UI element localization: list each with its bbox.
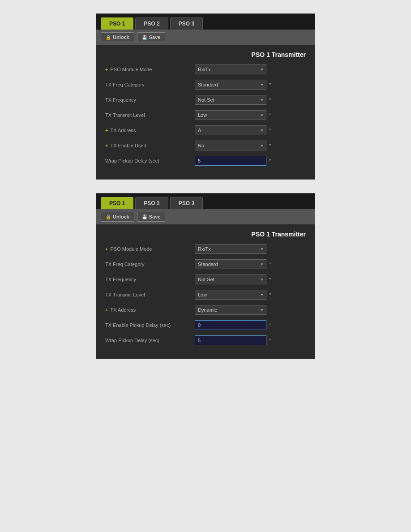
field-select-2[interactable]: Not Set12	[195, 275, 266, 284]
field-input-5[interactable]	[195, 320, 266, 330]
required-indicator: *	[269, 322, 271, 328]
field-select-2[interactable]: Not Set12	[195, 95, 266, 105]
form-row: + TX AddressABCDynamic	[105, 304, 306, 316]
save-icon-1: 💾	[142, 35, 147, 40]
form-row: TX Transmit LevelLowMediumHigh*	[105, 289, 306, 300]
form-row: + TX AddressABCDynamic*	[105, 124, 306, 136]
form-control: StandardExtended*	[195, 80, 306, 90]
select-wrapper: LowMediumHigh	[195, 290, 266, 300]
required-indicator: *	[269, 128, 271, 133]
select-wrapper: LowMediumHigh	[195, 110, 266, 120]
tab-bar-1: PSO 1 PSO 2 PSO 3	[96, 14, 315, 30]
panel-1: PSO 1 PSO 2 PSO 3 🔒 Unlock 💾 Save PSO 1 …	[96, 13, 315, 180]
unlock-button-2[interactable]: 🔒 Unlock	[101, 212, 134, 222]
form-label: TX Enable Pickup Delay (sec)	[105, 322, 195, 328]
form-label: TX Frequency	[105, 277, 195, 282]
panel-title-1: PSO 1 Transmitter	[105, 51, 306, 58]
form-row: + PSO Module ModeRx/TxTx OnlyRx Only	[105, 243, 306, 255]
tab-pso2-panel1[interactable]: PSO 2	[135, 17, 168, 30]
form-control: ABCDynamic	[195, 305, 306, 315]
form-control: Not Set12*	[195, 95, 306, 105]
form-control: LowMediumHigh*	[195, 110, 306, 120]
form-row: + PSO Module ModeRx/TxTx OnlyRx Only	[105, 64, 306, 75]
form-control: StandardExtended*	[195, 259, 306, 269]
required-indicator: *	[269, 338, 271, 343]
lock-icon-2: 🔒	[106, 215, 111, 219]
tab-bar-2: PSO 1 PSO 2 PSO 3	[96, 193, 315, 209]
form-control: NoYes*	[195, 141, 306, 150]
tab-pso1-panel2[interactable]: PSO 1	[101, 197, 133, 209]
save-button-1[interactable]: 💾 Save	[137, 32, 166, 42]
plus-indicator: +	[105, 246, 109, 252]
select-wrapper: ABCDynamic	[195, 125, 266, 135]
form-control: *	[195, 156, 306, 166]
field-select-0[interactable]: Rx/TxTx OnlyRx Only	[195, 64, 266, 74]
form-row: TX Freq CategoryStandardExtended*	[105, 79, 306, 90]
field-select-0[interactable]: Rx/TxTx OnlyRx Only	[195, 244, 266, 254]
form-row: TX FrequencyNot Set12*	[105, 274, 306, 285]
select-wrapper: StandardExtended	[195, 259, 266, 269]
field-select-3[interactable]: LowMediumHigh	[195, 290, 266, 300]
select-wrapper: Not Set12	[195, 95, 266, 105]
field-input-6[interactable]	[195, 156, 266, 166]
field-select-1[interactable]: StandardExtended	[195, 259, 266, 269]
field-input-6[interactable]	[195, 335, 266, 345]
required-indicator: *	[269, 277, 271, 282]
form-row: TX FrequencyNot Set12*	[105, 94, 306, 106]
plus-indicator: +	[105, 143, 109, 148]
plus-indicator: +	[105, 67, 109, 72]
plus-indicator: +	[105, 307, 109, 313]
tab-pso3-panel2[interactable]: PSO 3	[170, 197, 203, 209]
form-row: Wrap Pickup Delay (sec)*	[105, 155, 306, 167]
form-label: TX Transmit Level	[105, 112, 195, 118]
select-wrapper: Rx/TxTx OnlyRx Only	[195, 64, 266, 74]
select-wrapper: ABCDynamic	[195, 305, 266, 315]
field-select-4[interactable]: ABCDynamic	[195, 125, 266, 135]
form-control: Rx/TxTx OnlyRx Only	[195, 244, 306, 254]
field-select-4[interactable]: ABCDynamic	[195, 305, 266, 315]
form-label: TX Freq Category	[105, 262, 195, 267]
unlock-button-1[interactable]: 🔒 Unlock	[101, 32, 134, 42]
content-1: PSO 1 Transmitter + PSO Module ModeRx/Tx…	[96, 45, 315, 179]
tab-pso1-panel1[interactable]: PSO 1	[101, 17, 133, 30]
form-row: TX Enable Pickup Delay (sec)*	[105, 319, 306, 331]
tab-pso3-panel1[interactable]: PSO 3	[170, 17, 203, 30]
form-control: ABCDynamic*	[195, 125, 306, 135]
panel-title-2: PSO 1 Transmitter	[105, 231, 306, 238]
required-indicator: *	[269, 82, 271, 87]
form-label: TX Transmit Level	[105, 292, 195, 297]
field-select-3[interactable]: LowMediumHigh	[195, 110, 266, 120]
form-label: TX Frequency	[105, 97, 195, 103]
form-control: *	[195, 320, 306, 330]
form-label: + TX Enable Used	[105, 143, 195, 148]
required-indicator: *	[269, 158, 271, 163]
form-control: LowMediumHigh*	[195, 290, 306, 300]
required-indicator: *	[269, 292, 271, 297]
form-row: Wrap Pickup Delay (sec)*	[105, 335, 306, 346]
required-indicator: *	[269, 112, 271, 118]
form-label: + PSO Module Mode	[105, 67, 195, 72]
toolbar-2: 🔒 Unlock 💾 Save	[96, 209, 315, 224]
panel-2: PSO 1 PSO 2 PSO 3 🔒 Unlock 💾 Save PSO 1 …	[96, 193, 315, 359]
form-label: + TX Address	[105, 128, 195, 133]
save-icon-2: 💾	[142, 215, 147, 219]
form-row: + TX Enable UsedNoYes*	[105, 140, 306, 151]
field-select-5[interactable]: NoYes	[195, 141, 266, 150]
form-row: TX Transmit LevelLowMediumHigh*	[105, 109, 306, 121]
required-indicator: *	[269, 262, 271, 267]
tab-pso2-panel2[interactable]: PSO 2	[135, 197, 168, 209]
plus-indicator: +	[105, 128, 109, 133]
form-label: TX Freq Category	[105, 82, 195, 87]
required-indicator: *	[269, 143, 271, 148]
form-control: Rx/TxTx OnlyRx Only	[195, 64, 306, 74]
form-control: *	[195, 335, 306, 345]
select-wrapper: NoYes	[195, 141, 266, 150]
form-label: Wrap Pickup Delay (sec)	[105, 158, 195, 163]
form-row: TX Freq CategoryStandardExtended*	[105, 258, 306, 270]
lock-icon-1: 🔒	[106, 35, 111, 40]
required-indicator: *	[269, 97, 271, 103]
save-button-2[interactable]: 💾 Save	[137, 212, 166, 222]
field-select-1[interactable]: StandardExtended	[195, 80, 266, 90]
form-label: + TX Address	[105, 307, 195, 313]
form-label: Wrap Pickup Delay (sec)	[105, 338, 195, 343]
